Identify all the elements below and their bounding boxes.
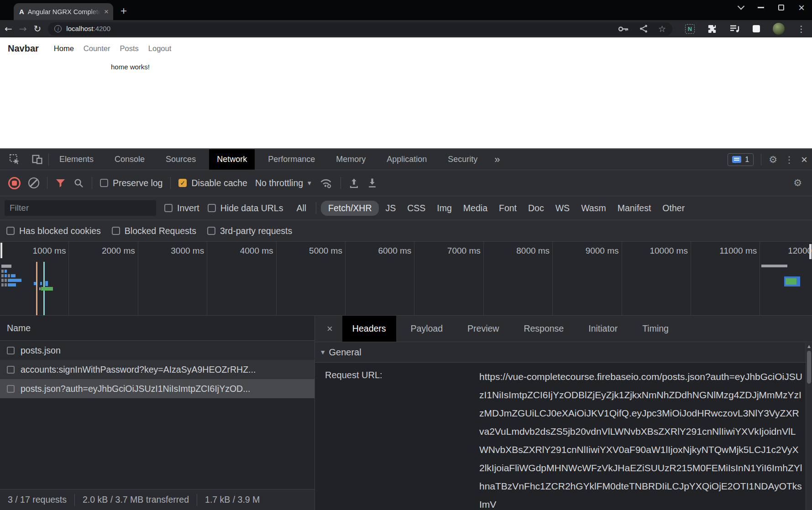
- devtools-tab-network[interactable]: Network: [209, 149, 255, 170]
- filter-type-manifest[interactable]: Manifest: [613, 201, 656, 216]
- scrollbar-up-icon[interactable]: ▲: [806, 344, 812, 349]
- devtools-settings-icon[interactable]: ⚙: [769, 154, 777, 165]
- device-toolbar-icon[interactable]: [26, 154, 48, 165]
- issues-counter[interactable]: 1: [728, 153, 754, 166]
- details-tab-preview[interactable]: Preview: [457, 316, 509, 342]
- request-row-posts-json-auth[interactable]: posts.json?auth=eyJhbGciOiJSUzI1NiIsImtp…: [0, 379, 314, 398]
- disable-cache-toggle[interactable]: ✓ Disable cache: [178, 178, 247, 188]
- disable-cache-checkbox[interactable]: ✓: [178, 179, 187, 187]
- details-tab-headers[interactable]: Headers: [342, 316, 396, 342]
- address-bar[interactable]: i localhost:4200 ☆: [48, 22, 672, 36]
- has-blocked-cookies-toggle[interactable]: Has blocked cookies: [6, 226, 101, 236]
- devtools-tab-memory[interactable]: Memory: [328, 149, 373, 170]
- clear-network-log-icon[interactable]: [28, 177, 39, 188]
- network-settings-gear-icon[interactable]: ⚙: [793, 177, 802, 188]
- filter-type-wasm[interactable]: Wasm: [576, 201, 611, 216]
- network-toolbar: Preserve log ✓ Disable cache No throttli…: [0, 170, 812, 196]
- filter-type-font[interactable]: Font: [494, 201, 522, 216]
- preserve-log-checkbox[interactable]: [100, 179, 108, 187]
- hide-data-urls-checkbox[interactable]: [208, 204, 216, 212]
- devtools-tab-console[interactable]: Console: [107, 149, 152, 170]
- request-row-posts-json[interactable]: posts.json: [0, 341, 314, 360]
- devtools-tab-performance[interactable]: Performance: [260, 149, 323, 170]
- request-url-row: Request URL: https://vue-completecourse.…: [315, 363, 812, 510]
- preserve-log-toggle[interactable]: Preserve log: [100, 178, 162, 188]
- export-har-icon[interactable]: [367, 178, 377, 188]
- details-tab-timing[interactable]: Timing: [632, 316, 679, 342]
- filter-type-img[interactable]: Img: [432, 201, 457, 216]
- request-checkbox[interactable]: [7, 366, 15, 374]
- details-tab-initiator[interactable]: Initiator: [578, 316, 628, 342]
- waterfall-bar-gray-right: [761, 265, 787, 267]
- blocked-requests-checkbox[interactable]: [112, 227, 120, 235]
- close-details-icon[interactable]: ×: [320, 323, 340, 335]
- nav-link-counter[interactable]: Counter: [84, 44, 110, 53]
- third-party-requests-toggle[interactable]: 3rd-party requests: [207, 226, 292, 236]
- filter-type-other[interactable]: Other: [657, 201, 690, 216]
- tab-close-icon[interactable]: ×: [104, 8, 109, 16]
- new-tab-button[interactable]: +: [120, 5, 127, 17]
- filter-type-fetch-xhr[interactable]: Fetch/XHR: [321, 201, 379, 216]
- reload-icon[interactable]: ↻: [34, 24, 42, 33]
- request-row-sign-in[interactable]: accounts:signInWithPassword?key=AIzaSyA9…: [0, 360, 314, 379]
- details-tab-payload[interactable]: Payload: [401, 316, 453, 342]
- general-section-header[interactable]: ▼ General: [315, 342, 812, 363]
- waterfall-pip: [40, 282, 42, 285]
- devtools-menu-icon[interactable]: ⋮: [785, 154, 794, 165]
- devtools-tab-elements[interactable]: Elements: [52, 149, 101, 170]
- import-har-icon[interactable]: [349, 178, 359, 188]
- details-scrollbar[interactable]: ▲: [806, 343, 812, 510]
- filter-type-js[interactable]: JS: [380, 201, 401, 216]
- devtools-close-icon[interactable]: ×: [801, 154, 807, 165]
- filter-funnel-icon[interactable]: [55, 178, 66, 188]
- filter-type-css[interactable]: CSS: [402, 201, 430, 216]
- share-icon[interactable]: [639, 24, 648, 33]
- invert-checkbox[interactable]: [164, 204, 173, 212]
- scrollbar-thumb[interactable]: [807, 351, 811, 384]
- network-conditions-icon[interactable]: [319, 177, 333, 189]
- inspect-element-icon[interactable]: [4, 154, 26, 165]
- search-icon[interactable]: [73, 178, 84, 188]
- bookmark-star-icon[interactable]: ☆: [658, 24, 666, 34]
- devtools-tab-application[interactable]: Application: [379, 149, 435, 170]
- devtools-tab-security[interactable]: Security: [440, 149, 485, 170]
- filter-type-media[interactable]: Media: [458, 201, 492, 216]
- window-close-icon[interactable]: ×: [798, 5, 805, 10]
- puzzle-extensions-icon[interactable]: [707, 24, 717, 34]
- devtools-tab-sources[interactable]: Sources: [158, 149, 204, 170]
- nav-link-home[interactable]: Home: [54, 44, 74, 53]
- profile-avatar[interactable]: [773, 23, 785, 35]
- window-minimize-icon[interactable]: [758, 7, 764, 8]
- record-network-log-icon[interactable]: [8, 177, 21, 189]
- request-checkbox[interactable]: [7, 347, 15, 354]
- network-overview-timeline[interactable]: 1000 ms 2000 ms 3000 ms 4000 ms 5000 ms …: [0, 242, 812, 316]
- more-tabs-icon[interactable]: »: [488, 154, 506, 166]
- third-party-requests-checkbox[interactable]: [207, 227, 215, 235]
- site-info-icon[interactable]: i: [54, 25, 62, 32]
- filter-input[interactable]: [5, 200, 156, 216]
- window-maximize-icon[interactable]: [778, 5, 784, 10]
- window-chevron-down-icon[interactable]: [738, 3, 745, 10]
- request-checkbox[interactable]: [7, 385, 15, 393]
- navbar-brand[interactable]: Navbar: [8, 43, 39, 54]
- request-url-value[interactable]: https://vue-completecourse.firebaseio.co…: [479, 368, 803, 510]
- notion-extension-icon[interactable]: N: [685, 24, 695, 34]
- blocked-requests-toggle[interactable]: Blocked Requests: [112, 226, 196, 236]
- playlist-extension-icon[interactable]: [730, 25, 740, 33]
- has-blocked-cookies-checkbox[interactable]: [6, 227, 15, 235]
- request-list-header-name[interactable]: Name: [0, 316, 314, 341]
- back-icon[interactable]: ←: [5, 24, 12, 33]
- nav-link-posts[interactable]: Posts: [120, 44, 139, 53]
- nav-link-logout[interactable]: Logout: [148, 44, 171, 53]
- hide-data-urls-toggle[interactable]: Hide data URLs: [208, 203, 283, 213]
- browser-tab[interactable]: A Angular NGRX Complete C ×: [14, 3, 113, 20]
- throttling-dropdown[interactable]: No throttling ▼: [255, 178, 311, 188]
- password-key-icon[interactable]: [618, 26, 629, 32]
- filter-type-all[interactable]: All: [291, 201, 311, 216]
- browser-menu-icon[interactable]: ⋮: [797, 24, 806, 34]
- invert-toggle[interactable]: Invert: [164, 203, 199, 213]
- square-extension-icon[interactable]: [753, 25, 760, 32]
- filter-type-doc[interactable]: Doc: [523, 201, 549, 216]
- filter-type-ws[interactable]: WS: [550, 201, 575, 216]
- details-tab-response[interactable]: Response: [513, 316, 574, 342]
